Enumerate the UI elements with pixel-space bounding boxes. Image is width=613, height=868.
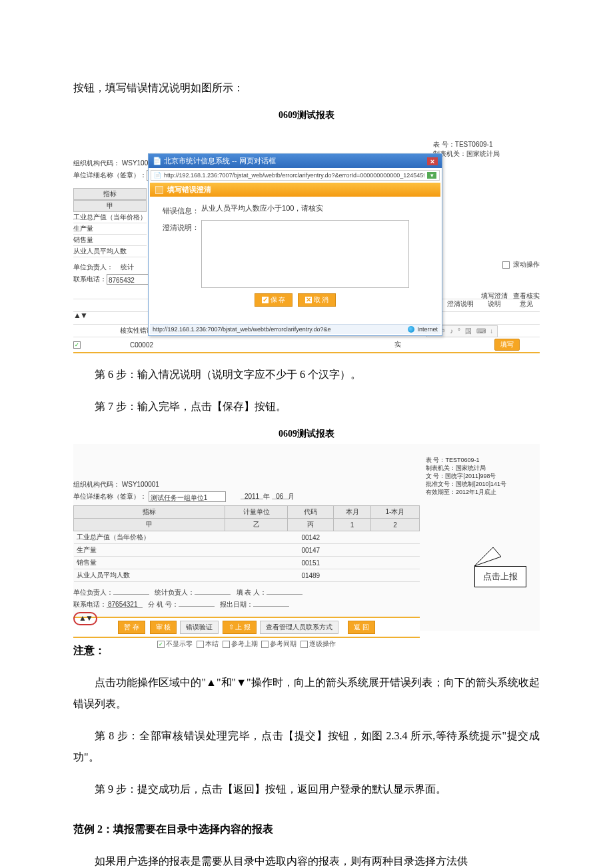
svg-marker-0 xyxy=(474,547,501,566)
dialog-section-header: 填写错误澄清 xyxy=(150,183,440,197)
intro-line: 按钮，填写错误情况说明如图所示： xyxy=(73,77,540,99)
chk-ref-same-label: 参考同期 xyxy=(270,640,297,647)
data-table: 指标 计量单位 代码 本月 1-本月 甲 乙 丙 1 2 工业总产值（当年价格）… xyxy=(73,505,420,582)
sub-one: 1 xyxy=(334,519,371,531)
doc-info-line: 有效期至：2012年1月底止 xyxy=(426,488,506,496)
row-checkbox[interactable] xyxy=(73,341,81,349)
save-temp-button[interactable]: 暂 存 xyxy=(118,621,145,634)
sub-jia: 甲 xyxy=(74,519,225,531)
doc-info-line: 表 号：TEST0609-1 xyxy=(426,456,506,464)
year-input[interactable]: 2011 xyxy=(241,491,263,499)
error-info-value: 从业人员平均人数应小于100，请核实 xyxy=(201,204,323,212)
dialog-url-bar: 📄 http://192.168.1.236:7007/bjstat_web/w… xyxy=(151,170,440,181)
th-indicator: 指标 xyxy=(74,506,225,519)
doc-info-line: 制表机关：国家统计局 xyxy=(433,149,500,159)
unit-manager-label: 单位负责人： xyxy=(73,263,113,271)
save-icon: ✓ xyxy=(262,297,269,303)
shot2-caption: 0609测试报表 xyxy=(73,428,540,440)
dialog-statusbar: http://192.168.1.236:7007/bjstat_web/web… xyxy=(150,324,440,334)
cell-code: 00151 xyxy=(288,557,334,569)
example-2-paragraph: 如果用户选择的报表是需要从目录中选取内容的报表，则有两种目录选择方法供 xyxy=(73,851,540,868)
cell-code: 00142 xyxy=(288,531,334,544)
stat-manager-label: 统计负责人： xyxy=(155,589,195,596)
error-verify-button[interactable]: 错误验证 xyxy=(180,621,219,634)
callout-upload: 点击上报 xyxy=(474,547,526,587)
tel-input[interactable]: 87654321 xyxy=(107,599,143,608)
doc-info-line: 文 号：国统字[2011]998号 xyxy=(426,472,506,480)
close-icon[interactable]: × xyxy=(427,157,438,165)
save-button[interactable]: ✓保 存 xyxy=(255,293,293,307)
th-this-month: 本月 xyxy=(334,506,371,519)
shot1-doc-info: 表 号：TEST0609-1 制表机关：国家统计局 xyxy=(433,140,500,159)
tel-label: 联系电话： xyxy=(73,275,107,283)
col-indicator: 指标 xyxy=(73,188,147,200)
unit-detail-input[interactable]: 测试任务一组单位1 xyxy=(149,491,226,502)
sub-yi: 乙 xyxy=(225,519,288,531)
clarify-label: 澄清说明： xyxy=(158,220,199,233)
tel-input[interactable]: 8765432 xyxy=(107,274,151,285)
chk-cascade-label: 逐级操作 xyxy=(309,640,336,647)
shot2-doc-info: 表 号：TEST0609-1 制表机关：国家统计局 文 号：国统字[2011]9… xyxy=(426,456,506,496)
tel-label: 联系电话： xyxy=(73,601,107,608)
action-button-bar: 暂 存 审 核 错误验证 ⇧ 上 报 查看管理人员联系方式 返 回 xyxy=(73,617,420,638)
chk-ref-prev[interactable] xyxy=(223,641,230,648)
cell-name: 销售量 xyxy=(74,557,225,569)
ext-input[interactable] xyxy=(179,598,215,607)
fill-button[interactable]: 填写 xyxy=(494,339,520,351)
th-unit: 计量单位 xyxy=(225,506,288,519)
chk-benjie-label: 本结 xyxy=(205,640,219,647)
upload-button[interactable]: ⇧ 上 报 xyxy=(223,621,257,634)
cancel-icon: ✕ xyxy=(305,297,312,303)
cancel-button-label: 取 消 xyxy=(314,296,329,303)
sub-two: 2 xyxy=(371,519,420,531)
chk-ref-prev-label: 参考上期 xyxy=(231,640,258,647)
unit-detail-label: 单位详细名称（签章）： xyxy=(73,171,147,179)
report-date-input[interactable] xyxy=(253,598,289,607)
cell-code: 00147 xyxy=(288,544,334,557)
back-button[interactable]: 返 回 xyxy=(348,621,375,634)
expand-collapse-toggle-circled[interactable]: ▲▼ xyxy=(73,612,97,625)
step-9: 第 9 步：提交成功后，点击【返回】按钮，返回用户登录的默认显示界面。 xyxy=(73,779,540,800)
callout-text: 点击上报 xyxy=(474,566,526,587)
internet-label: Internet xyxy=(417,326,438,333)
cancel-button[interactable]: ✕取 消 xyxy=(298,293,336,307)
error-info-label: 错误信息： xyxy=(158,203,199,216)
verify-error-label: 核实性错误 xyxy=(73,326,159,335)
row-sales: 销售量 xyxy=(73,235,147,246)
doc-info-line: 制表机关：国家统计局 xyxy=(426,464,506,472)
callout-pointer-icon xyxy=(474,547,501,566)
section-title: 填写错误澄清 xyxy=(167,185,211,195)
sub-bing: 丙 xyxy=(288,519,334,531)
clarify-textarea[interactable] xyxy=(201,220,409,288)
go-icon[interactable]: ▾ xyxy=(427,172,436,179)
globe-icon xyxy=(408,326,414,333)
ext-label: 分 机 号： xyxy=(148,601,179,608)
stat-manager-input[interactable] xyxy=(195,586,231,595)
scroll-checkbox[interactable]: 滚动操作 xyxy=(502,260,540,269)
dialog-titlebar[interactable]: 📄 北京市统计信息系统 -- 网页对话框 × xyxy=(149,154,442,168)
chk-ref-same[interactable] xyxy=(261,641,269,648)
chk-benjie[interactable] xyxy=(197,641,204,648)
cell-name: 工业总产值（当年价格） xyxy=(74,531,225,544)
org-code-value: WSY100001 xyxy=(122,481,159,488)
month-input[interactable]: 06 xyxy=(272,491,288,499)
chk-no-zero[interactable] xyxy=(157,641,165,648)
unit-detail-label: 单位详细名称（签章）： xyxy=(73,493,147,500)
section-icon xyxy=(155,186,163,194)
cell-code: 01489 xyxy=(288,569,334,582)
filler-input[interactable] xyxy=(267,586,303,595)
chk-cascade[interactable] xyxy=(301,641,308,648)
unit-manager-label: 单位负责人： xyxy=(73,589,113,596)
note-paragraph-1: 点击功能操作区域中的"▲"和"▼"操作时，向上的箭头系统展开错误列表；向下的箭头… xyxy=(73,672,540,715)
row-industrial-output: 工业总产值（当年价格） xyxy=(73,212,147,223)
view-contact-button[interactable]: 查看管理人员联系方式 xyxy=(260,621,338,634)
unit-manager-input[interactable] xyxy=(113,586,149,595)
upload-icon: ⇧ xyxy=(229,623,234,631)
options-checkboxes: 不显示零 本结 参考上期 参考同期 逐级操作 xyxy=(73,639,420,649)
cell-name: 从业人员平均人数 xyxy=(74,569,225,582)
audit-button[interactable]: 审 核 xyxy=(150,621,177,634)
chk-no-zero-label: 不显示零 xyxy=(166,640,193,647)
dialog-url: http://192.168.1.236:7007/bjstat_web/web… xyxy=(164,172,424,179)
org-code-label: 组织机构代码： xyxy=(73,481,120,488)
filler-label: 填 表 人： xyxy=(237,589,267,596)
